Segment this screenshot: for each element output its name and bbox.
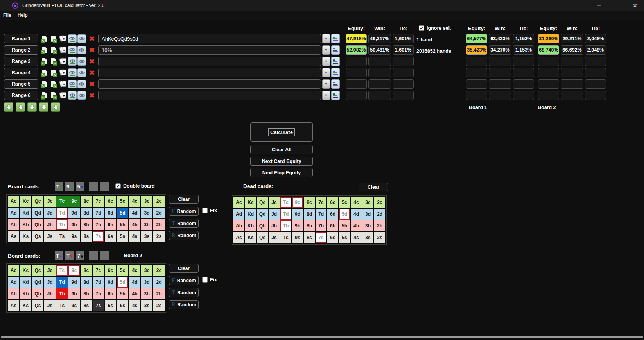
card-Th[interactable]: Th (56, 288, 68, 299)
minimize-button[interactable]: ─ (590, 0, 608, 11)
card-Th[interactable]: Th (280, 220, 291, 231)
card-7c[interactable]: 7c (93, 196, 104, 207)
card-Jd[interactable]: Jd (44, 208, 56, 218)
card-9d[interactable]: 9d (68, 208, 80, 218)
card-Tc[interactable]: Tc (56, 196, 68, 207)
card-9h[interactable]: 9h (68, 219, 80, 230)
card-As[interactable]: As (233, 232, 244, 243)
card-Ah[interactable]: Ah (8, 288, 19, 299)
clear-range-icon[interactable]: ✖ (88, 34, 96, 43)
menu-help[interactable]: Help (14, 12, 31, 19)
clear-range-icon[interactable]: ✖ (88, 57, 96, 66)
card-6c[interactable]: 6c (105, 196, 116, 207)
card-Ts[interactable]: Ts (56, 231, 68, 242)
card-Td[interactable]: Td (280, 209, 291, 220)
show-range-underline-icon[interactable] (68, 91, 77, 100)
card-Kd[interactable]: Kd (245, 209, 256, 220)
card-Ad[interactable]: Ad (8, 277, 19, 288)
card-8h[interactable]: 8h (81, 288, 92, 299)
hand-cards-icon[interactable]: ♠ (59, 91, 67, 100)
load-range-icon[interactable]: ↖ (40, 91, 48, 100)
card-2d[interactable]: 2d (153, 208, 165, 218)
card-8h[interactable]: 8h (304, 220, 315, 231)
card-Tc[interactable]: Tc (280, 197, 291, 208)
card-Jc[interactable]: Jc (44, 196, 56, 207)
weight-distribution-icon[interactable] (331, 91, 340, 100)
card-4d[interactable]: 4d (129, 277, 140, 288)
card-Kd[interactable]: Kd (20, 208, 31, 218)
hand-cards-icon[interactable]: ♠ (59, 80, 67, 88)
card-Kh[interactable]: Kh (245, 220, 256, 231)
board1-turn-random-button[interactable]: T Random (169, 219, 199, 228)
card-8d[interactable]: 8d (81, 277, 92, 288)
card-Jd[interactable]: Jd (44, 277, 56, 288)
card-Jc[interactable]: Jc (269, 197, 280, 208)
card-9h[interactable]: 9h (292, 220, 303, 231)
card-As[interactable]: As (8, 300, 19, 311)
range-button[interactable]: Range 6 (4, 91, 38, 100)
card-2c[interactable]: 2c (153, 265, 165, 276)
card-Jh[interactable]: Jh (44, 219, 56, 230)
close-button[interactable]: ✕ (626, 0, 644, 11)
range-input[interactable] (98, 91, 321, 100)
card-3h[interactable]: 3h (141, 288, 152, 299)
card-5c[interactable]: 5c (339, 197, 350, 208)
card-5h[interactable]: 5h (339, 220, 350, 231)
card-3h[interactable]: 3h (362, 220, 373, 231)
card-3d[interactable]: 3d (141, 208, 152, 218)
weight-distribution-icon[interactable] (331, 34, 340, 43)
card-6s[interactable]: 6s (327, 232, 338, 243)
range-button[interactable]: Range 4 (4, 68, 38, 77)
card-Qc[interactable]: Qc (32, 265, 43, 276)
card-6d[interactable]: 6d (105, 208, 116, 218)
card-2c[interactable]: 2c (374, 197, 385, 208)
card-Ad[interactable]: Ad (233, 209, 244, 220)
card-2d[interactable]: 2d (153, 277, 165, 288)
board1-river-random-button[interactable]: R Random (169, 231, 199, 240)
card-4s[interactable]: 4s (351, 232, 362, 243)
card-2s[interactable]: 2s (153, 231, 165, 242)
card-3c[interactable]: 3c (141, 196, 152, 207)
card-3s[interactable]: 3s (141, 231, 152, 242)
card-4h[interactable]: 4h (351, 220, 362, 231)
card-9c[interactable]: 9c (68, 196, 80, 207)
next-card-equity-button[interactable]: Next Card Equity (250, 157, 313, 166)
maximize-button[interactable] (608, 0, 626, 11)
card-8h[interactable]: 8h (81, 219, 92, 230)
card-Qd[interactable]: Qd (32, 277, 43, 288)
board2-flop-random-button[interactable]: F Random (169, 276, 199, 285)
card-Ts[interactable]: Ts (280, 232, 291, 243)
view-range-icon[interactable] (77, 80, 86, 88)
load-range-icon[interactable]: ↖ (40, 68, 48, 77)
hand-cards-icon[interactable]: ♠ (59, 68, 67, 77)
card-Ac[interactable]: Ac (8, 196, 19, 207)
load-range-icon[interactable]: ↖ (40, 46, 48, 54)
card-Qs[interactable]: Qs (257, 232, 268, 243)
card-6h[interactable]: 6h (105, 288, 116, 299)
card-5d[interactable]: 5d (117, 208, 128, 218)
send-to-range-button[interactable] (16, 102, 25, 112)
view-range-icon[interactable] (77, 57, 86, 66)
board1-fix-checkbox[interactable] (202, 208, 208, 213)
card-6d[interactable]: 6d (327, 209, 338, 220)
card-6s[interactable]: 6s (105, 300, 116, 311)
card-5s[interactable]: 5s (117, 300, 128, 311)
card-2h[interactable]: 2h (153, 288, 165, 299)
board1-flop-random-button[interactable]: F Random (169, 207, 199, 216)
card-4d[interactable]: 4d (129, 208, 140, 218)
save-range-icon[interactable]: ↘ (49, 46, 58, 54)
card-4h[interactable]: 4h (129, 288, 140, 299)
card-Jh[interactable]: Jh (269, 220, 280, 231)
card-4h[interactable]: 4h (129, 219, 140, 230)
card-Td[interactable]: Td (56, 208, 68, 218)
clear-range-icon[interactable]: ✖ (88, 46, 96, 54)
card-Th[interactable]: Th (56, 219, 68, 230)
card-6c[interactable]: 6c (105, 265, 116, 276)
board1-clear-button[interactable]: Clear (169, 195, 199, 204)
card-9c[interactable]: 9c (68, 265, 80, 276)
card-5h[interactable]: 5h (117, 288, 128, 299)
card-8c[interactable]: 8c (81, 265, 92, 276)
card-Kd[interactable]: Kd (20, 277, 31, 288)
save-range-icon[interactable]: ↘ (49, 68, 58, 77)
menu-file[interactable]: File (0, 12, 14, 19)
